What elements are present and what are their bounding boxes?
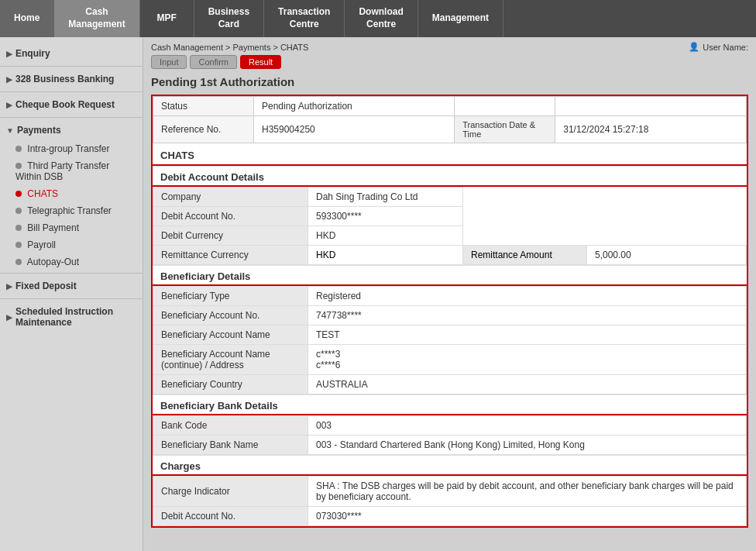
table-row: Charge Indicator SHA : The DSB charges w… [153, 477, 747, 507]
sidebar-fixed-deposit[interactable]: ▶ Fixed Deposit [0, 276, 143, 296]
nav-management[interactable]: Management [418, 0, 503, 37]
charge-indicator-value: SHA : The DSB charges will be paid by de… [308, 477, 747, 507]
charges-debit-account-label: Debit Account No. [153, 507, 308, 526]
beneficiary-table: Beneficiary Type Registered Beneficiary … [153, 286, 747, 394]
table-row: Beneficiary Bank Name 003 - Standard Cha… [153, 436, 747, 455]
breadcrumb: Cash Management > Payments > CHATS [151, 43, 308, 52]
table-row: Beneficiary Account Name TEST [153, 325, 747, 345]
table-row: Beneficiary Country AUSTRALIA [153, 375, 747, 394]
company-label: Company [153, 188, 308, 207]
remittance-amount-label: Remittance Amount [463, 246, 587, 265]
bank-name-value: 003 - Standard Chartered Bank (Hong Kong… [308, 436, 747, 455]
sidebar-telegraphic[interactable]: Telegraphic Transfer [0, 202, 143, 219]
sidebar: ▶ Enquiry ▶ 328 Business Banking ▶ Chequ… [0, 37, 143, 551]
nav-business-card[interactable]: BusinessCard [194, 0, 264, 37]
status-value: Pending Authorization [254, 97, 455, 116]
charge-indicator-label: Charge Indicator [153, 477, 308, 507]
debit-section-title: Debit Account Details [153, 166, 747, 187]
debit-currency-label: Debit Currency [153, 226, 308, 246]
user-info: 👤 User Name: [689, 42, 748, 52]
step-buttons: Input Confirm Result [151, 55, 748, 69]
sidebar-scheduled-instruction[interactable]: ▶ Scheduled InstructionMaintenance [0, 301, 143, 332]
ref-value: H359004250 [254, 116, 455, 143]
ben-address-value: c****3 c****6 [308, 345, 747, 375]
ben-account-no-value: 747738**** [308, 306, 747, 325]
bank-code-label: Bank Code [153, 416, 308, 436]
table-row: Debit Account No. 073030**** [153, 507, 747, 526]
table-row: Company Dah Sing Trading Co Ltd [153, 188, 747, 207]
user-icon: 👤 [689, 42, 699, 52]
step-result[interactable]: Result [240, 55, 281, 69]
nav-transaction-centre[interactable]: TransactionCentre [264, 0, 345, 37]
main-content: Cash Management > Payments > CHATS 👤 Use… [143, 37, 756, 551]
sidebar-payroll[interactable]: Payroll [0, 236, 143, 253]
ben-address-label: Beneficiary Account Name (continue) / Ad… [153, 345, 308, 375]
table-row: Beneficiary Type Registered [153, 287, 747, 306]
page-title: Pending 1st Authorization [151, 75, 748, 88]
charges-debit-account-value: 073030**** [308, 507, 747, 526]
ben-country-label: Beneficiary Country [153, 375, 308, 394]
table-row: Debit Currency HKD [153, 226, 747, 246]
status-ref-table: Status Pending Authorization Reference N… [153, 96, 747, 143]
sidebar-intra-group[interactable]: Intra-group Transfer [0, 140, 143, 157]
ben-bank-section-title: Beneficiary Bank Details [153, 394, 747, 415]
charges-section-title: Charges [153, 455, 747, 476]
debit-account-value: 593300**** [308, 207, 463, 226]
table-row: Remittance Currency HKD Remittance Amoun… [153, 246, 747, 265]
ref-label: Reference No. [153, 116, 254, 143]
step-input[interactable]: Input [151, 55, 187, 69]
step-confirm[interactable]: Confirm [190, 55, 237, 69]
company-value: Dah Sing Trading Co Ltd [308, 188, 463, 207]
table-row: Beneficiary Account No. 747738**** [153, 306, 747, 325]
status-label: Status [153, 97, 254, 116]
remittance-amount-value: 5,000.00 [587, 246, 747, 265]
sidebar-autopay-out[interactable]: Autopay-Out [0, 253, 143, 270]
ben-account-no-label: Beneficiary Account No. [153, 306, 308, 325]
bank-code-value: 003 [308, 416, 747, 436]
nav-home[interactable]: Home [0, 0, 54, 37]
ben-type-label: Beneficiary Type [153, 287, 308, 306]
datetime-value: 31/12/2024 15:27:18 [555, 116, 747, 143]
nav-cash-management[interactable]: CashManagement [54, 0, 139, 37]
sidebar-328-business[interactable]: ▶ 328 Business Banking [0, 69, 143, 89]
table-row: Bank Code 003 [153, 416, 747, 436]
ben-bank-table: Bank Code 003 Beneficiary Bank Name 003 … [153, 415, 747, 455]
ben-account-name-label: Beneficiary Account Name [153, 325, 308, 345]
nav-download-centre[interactable]: DownloadCentre [345, 0, 418, 37]
sidebar-payments[interactable]: ▼ Payments [0, 120, 143, 140]
nav-mpf[interactable]: MPF [140, 0, 194, 37]
remittance-currency-label: Remittance Currency [153, 246, 308, 265]
ben-type-value: Registered [308, 287, 747, 306]
sidebar-chats[interactable]: CHATS [0, 185, 143, 202]
remittance-currency-value: HKD [308, 246, 463, 265]
ben-country-value: AUSTRALIA [308, 375, 747, 394]
bank-name-label: Beneficiary Bank Name [153, 436, 308, 455]
charges-table: Charge Indicator SHA : The DSB charges w… [153, 476, 747, 526]
beneficiary-section-title: Beneficiary Details [153, 265, 747, 286]
breadcrumb-row: Cash Management > Payments > CHATS 👤 Use… [151, 42, 748, 52]
debit-table: Company Dah Sing Trading Co Ltd Debit Ac… [153, 187, 747, 265]
sidebar-enquiry[interactable]: ▶ Enquiry [0, 43, 143, 64]
table-row: Debit Account No. 593300**** [153, 207, 747, 226]
table-row: Beneficiary Account Name (continue) / Ad… [153, 345, 747, 375]
sidebar-bill-payment[interactable]: Bill Payment [0, 219, 143, 236]
content-box: Status Pending Authorization Reference N… [151, 95, 748, 528]
debit-account-label: Debit Account No. [153, 207, 308, 226]
datetime-label: Transaction Date & Time [455, 116, 555, 143]
debit-currency-value: HKD [308, 226, 463, 246]
ben-account-name-value: TEST [308, 325, 747, 345]
top-navigation: Home CashManagement MPF BusinessCard Tra… [0, 0, 756, 37]
sidebar-cheque-book[interactable]: ▶ Cheque Book Request [0, 95, 143, 115]
sidebar-third-party[interactable]: Third Party TransferWithin DSB [0, 157, 143, 185]
chats-title: CHATS [153, 143, 747, 166]
